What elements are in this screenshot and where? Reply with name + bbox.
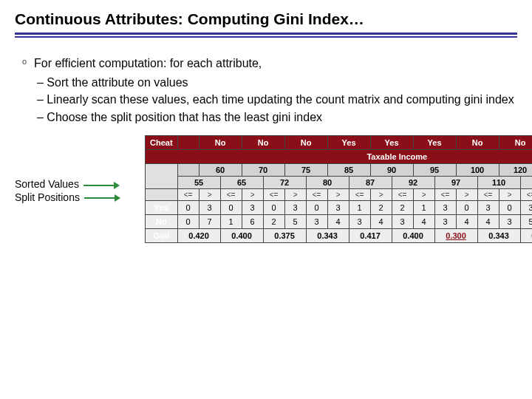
cheat-value: No — [242, 136, 284, 150]
no-gt-count: 4 — [327, 215, 349, 229]
sub-bullet-list: – Sort the attribute on values – Linearl… — [34, 75, 517, 126]
sub-bullet: Linearly scan these values, each time up… — [47, 93, 514, 106]
gt-header: > — [199, 189, 220, 201]
gini-value: 0.417 — [349, 229, 392, 243]
gini-value: 0.420 — [177, 229, 220, 243]
arrow-icon — [84, 197, 120, 199]
yes-le-count: 1 — [349, 201, 370, 215]
title-rule-1 — [15, 33, 517, 35]
le-header: <= — [434, 189, 456, 201]
yes-le-count: 0 — [177, 201, 199, 215]
split-positions-label: Split Positions — [15, 191, 120, 205]
split-position: 55 — [177, 177, 220, 189]
no-le-count: 5 — [520, 215, 532, 229]
gini-value: 0.400 — [392, 229, 434, 243]
le-header: <= — [349, 189, 370, 201]
no-gt-count: 4 — [413, 215, 434, 229]
yes-gt-count: 0 — [499, 201, 520, 215]
gt-header: > — [242, 189, 263, 201]
yes-le-count: 3 — [520, 201, 532, 215]
no-gt-count: 3 — [499, 215, 520, 229]
cheat-value: No — [284, 136, 327, 150]
no-le-count: 0 — [177, 215, 199, 229]
slide-title: Continuous Attributes: Computing Gini In… — [15, 10, 517, 28]
le-header: <= — [220, 189, 242, 201]
no-le-count: 4 — [477, 215, 499, 229]
no-le-count: 1 — [220, 215, 242, 229]
no-gt-count: 4 — [370, 215, 392, 229]
gt-header: > — [370, 189, 392, 201]
split-position: 92 — [392, 177, 434, 189]
gini-value: 0.300 — [434, 229, 477, 243]
sorted-value: 120 — [499, 164, 532, 177]
no-le-count: 3 — [306, 215, 327, 229]
split-position: 72 — [263, 177, 306, 189]
yes-gt-count: 1 — [413, 201, 434, 215]
yes-le-count: 2 — [392, 201, 413, 215]
yes-gt-count: 3 — [242, 201, 263, 215]
gt-header: > — [413, 189, 434, 201]
taxable-income-header: Taxable Income — [146, 150, 533, 164]
no-gt-count: 4 — [456, 215, 477, 229]
yes-gt-count: 3 — [284, 201, 306, 215]
sorted-value: 90 — [370, 164, 413, 177]
sorted-value: 75 — [284, 164, 327, 177]
gini-value: 0.343 — [306, 229, 349, 243]
cheat-value: Yes — [327, 136, 370, 150]
sorted-value: 70 — [242, 164, 284, 177]
cheat-header: Cheat — [146, 136, 178, 150]
split-position: 97 — [434, 177, 477, 189]
split-position: 87 — [349, 177, 392, 189]
sub-bullet: Sort the attribute on values — [47, 76, 188, 89]
gt-header: > — [456, 189, 477, 201]
cheat-value: No — [199, 136, 242, 150]
sorted-values-label: Sorted Values — [15, 178, 120, 191]
cheat-value: Yes — [413, 136, 456, 150]
gini-value: 0.375 — [520, 229, 532, 243]
arrow-icon — [83, 185, 119, 186]
no-row-header: No — [146, 215, 178, 229]
split-position: 110 — [477, 177, 520, 189]
intro-line: For efficient computation: for each attr… — [34, 55, 517, 72]
gini-value: 0.400 — [220, 229, 263, 243]
le-header: <= — [263, 189, 284, 201]
yes-le-count: 0 — [263, 201, 284, 215]
sorted-value: 85 — [327, 164, 370, 177]
gt-header: > — [327, 189, 349, 201]
no-le-count: 3 — [349, 215, 370, 229]
cheat-value: Yes — [370, 136, 413, 150]
gini-row-header: Gini — [146, 229, 178, 243]
no-le-count: 3 — [392, 215, 413, 229]
yes-gt-count: 2 — [370, 201, 392, 215]
gini-computation-table: CheatNoNoNoYesYesYesNoNoNoNoTaxable Inco… — [145, 135, 532, 243]
yes-gt-count: 0 — [456, 201, 477, 215]
no-le-count: 2 — [263, 215, 284, 229]
gini-value: 0.375 — [263, 229, 306, 243]
yes-gt-count: 3 — [327, 201, 349, 215]
cheat-value: No — [499, 136, 532, 150]
no-gt-count: 5 — [284, 215, 306, 229]
bullet-marker: o — [15, 55, 34, 125]
yes-le-count: 0 — [220, 201, 242, 215]
gt-header: > — [499, 189, 520, 201]
cheat-value: No — [456, 136, 499, 150]
sub-bullet: Choose the split position that has the l… — [47, 111, 322, 123]
split-position: 80 — [306, 177, 349, 189]
le-header: <= — [177, 189, 199, 201]
gt-header: > — [284, 189, 306, 201]
split-position: 122 — [520, 177, 532, 189]
sorted-value: 100 — [456, 164, 499, 177]
title-rule-2 — [15, 36, 517, 38]
gini-value: 0.343 — [477, 229, 520, 243]
yes-le-count: 0 — [306, 201, 327, 215]
sorted-value: 95 — [413, 164, 456, 177]
split-position: 65 — [220, 177, 263, 189]
le-header: <= — [392, 189, 413, 201]
no-gt-count: 6 — [242, 215, 263, 229]
no-gt-count: 7 — [199, 215, 220, 229]
le-header: <= — [306, 189, 327, 201]
yes-row-header: Yes — [146, 201, 178, 215]
no-le-count: 3 — [434, 215, 456, 229]
le-header: <= — [520, 189, 532, 201]
yes-le-count: 3 — [434, 201, 456, 215]
